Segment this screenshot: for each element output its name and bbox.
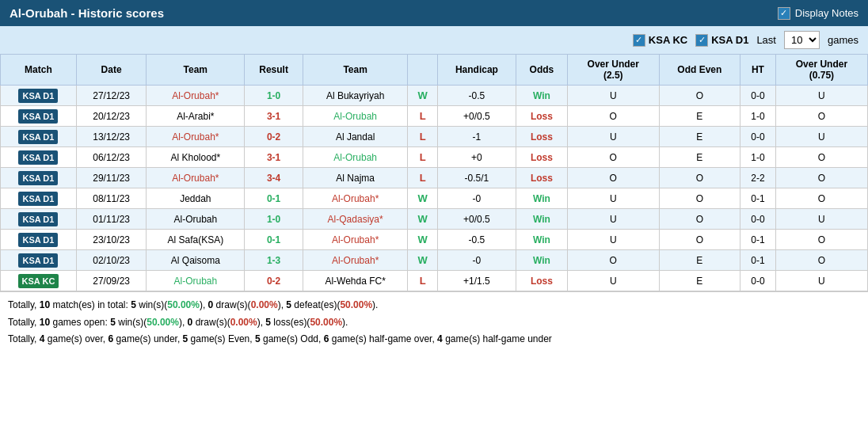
- team2-cell: Al-Orubah*: [303, 250, 408, 271]
- ou2-cell: U: [775, 209, 867, 230]
- table-row: KSA D106/12/23Al Kholood*3-1Al-OrubahL+0…: [1, 147, 868, 168]
- handicap-cell: +0/0.5: [437, 106, 516, 127]
- ht-cell: 0-0: [740, 86, 775, 106]
- ou2-cell: U: [775, 271, 867, 291]
- league-badge: KSA D1: [18, 109, 58, 124]
- result-cell: 1-0: [245, 86, 303, 106]
- handicap-cell: -0: [437, 250, 516, 271]
- table-row: KSA D123/10/23Al Safa(KSA)0-1Al-Orubah*W…: [1, 230, 868, 250]
- col-date: Date: [76, 55, 146, 86]
- league-cell: KSA D1: [1, 147, 77, 168]
- header-title: Al-Orubah - Historic scores: [10, 6, 164, 20]
- ht-cell: 0-1: [740, 250, 775, 271]
- date-cell: 20/12/23: [76, 106, 146, 127]
- col-ht: HT: [740, 55, 775, 86]
- table-row: KSA D120/12/23Al-Arabi*3-1Al-OrubahL+0/0…: [1, 106, 868, 127]
- team1-cell: Al-Orubah*: [147, 168, 245, 188]
- ou-cell: U: [567, 127, 659, 147]
- team2-cell: Al-Orubah*: [303, 230, 408, 250]
- table-row: KSA D102/10/23Al Qaisoma1-3Al-Orubah*W-0…: [1, 250, 868, 271]
- team2-cell: Al-Orubah: [303, 147, 408, 168]
- ou2-cell: O: [775, 168, 867, 188]
- odds-cell: Win: [516, 250, 568, 271]
- league-badge: KSA D1: [18, 233, 58, 247]
- ksa-d1-checkbox[interactable]: ✓: [695, 34, 708, 47]
- col-wl: [408, 55, 437, 86]
- games-label: games: [828, 34, 858, 46]
- col-match: Match: [1, 55, 77, 86]
- filter-bar: ✓ KSA KC ✓ KSA D1 Last 10 20 30 games: [0, 26, 868, 54]
- col-odds: Odds: [516, 55, 568, 86]
- date-cell: 23/10/23: [76, 230, 146, 250]
- col-team2: Team: [303, 55, 408, 86]
- col-handicap: Handicap: [437, 55, 516, 86]
- ksa-d1-filter: ✓ KSA D1: [695, 34, 748, 47]
- oe-cell: O: [659, 209, 740, 230]
- league-badge: KSA KC: [18, 274, 59, 288]
- summary-line: Totally, 4 game(s) over, 6 game(s) under…: [8, 331, 860, 348]
- league-badge: KSA D1: [18, 212, 58, 226]
- table-row: KSA D108/11/23Jeddah0-1Al-Orubah*W-0WinU…: [1, 188, 868, 209]
- ou2-cell: O: [775, 147, 867, 168]
- team1-cell: Al-Orubah: [147, 209, 245, 230]
- league-cell: KSA D1: [1, 188, 77, 209]
- league-badge: KSA D1: [18, 89, 58, 103]
- col-ou: Over Under(2.5): [567, 55, 659, 86]
- odds-cell: Win: [516, 188, 568, 209]
- ht-cell: 1-0: [740, 147, 775, 168]
- date-cell: 13/12/23: [76, 127, 146, 147]
- wl-cell: W: [408, 250, 437, 271]
- summary-line: Totally, 10 games open: 5 win(s)(50.00%)…: [8, 314, 860, 332]
- odds-cell: Win: [516, 230, 568, 250]
- result-cell: 1-0: [245, 209, 303, 230]
- odds-cell: Loss: [516, 147, 568, 168]
- historic-scores-table: Match Date Team Result Team Handicap Odd…: [0, 54, 868, 291]
- handicap-cell: -0: [437, 188, 516, 209]
- wl-cell: L: [408, 106, 437, 127]
- handicap-cell: -0.5: [437, 230, 516, 250]
- date-cell: 27/09/23: [76, 271, 146, 291]
- summary-section: Totally, 10 match(es) in total: 5 win(s)…: [0, 291, 868, 353]
- league-cell: KSA D1: [1, 127, 77, 147]
- display-notes-checkbox[interactable]: ✓: [778, 7, 790, 20]
- result-cell: 0-1: [245, 188, 303, 209]
- ksa-d1-label: KSA D1: [711, 34, 748, 46]
- team2-cell: Al Bukayriyah: [303, 86, 408, 106]
- league-badge: KSA D1: [18, 130, 58, 144]
- games-select[interactable]: 10 20 30: [784, 31, 820, 49]
- ou-cell: U: [567, 230, 659, 250]
- handicap-cell: +0: [437, 147, 516, 168]
- wl-cell: W: [408, 188, 437, 209]
- col-team1: Team: [147, 55, 245, 86]
- ksa-kc-checkbox[interactable]: ✓: [633, 34, 645, 47]
- ht-cell: 0-1: [740, 230, 775, 250]
- wl-cell: L: [408, 127, 437, 147]
- ksa-kc-filter: ✓ KSA KC: [633, 34, 687, 47]
- oe-cell: O: [659, 86, 740, 106]
- col-ou2: Over Under(0.75): [775, 55, 867, 86]
- team2-cell: Al-Qadasiya*: [303, 209, 408, 230]
- handicap-cell: -0.5: [437, 86, 516, 106]
- team1-cell: Al-Arabi*: [147, 106, 245, 127]
- date-cell: 08/11/23: [76, 188, 146, 209]
- ou-cell: U: [567, 209, 659, 230]
- result-cell: 0-2: [245, 127, 303, 147]
- handicap-cell: +0/0.5: [437, 209, 516, 230]
- ou2-cell: O: [775, 188, 867, 209]
- wl-cell: L: [408, 168, 437, 188]
- league-cell: KSA D1: [1, 209, 77, 230]
- team1-cell: Al-Orubah*: [147, 127, 245, 147]
- display-notes-label: Display Notes: [795, 7, 858, 19]
- ksa-kc-label: KSA KC: [649, 34, 687, 46]
- team1-cell: Al-Orubah*: [147, 86, 245, 106]
- ht-cell: 0-0: [740, 209, 775, 230]
- ou2-cell: O: [775, 250, 867, 271]
- odds-cell: Loss: [516, 168, 568, 188]
- ou-cell: O: [567, 106, 659, 127]
- ou-cell: O: [567, 147, 659, 168]
- header: Al-Orubah - Historic scores ✓ Display No…: [0, 0, 868, 26]
- oe-cell: O: [659, 230, 740, 250]
- result-cell: 0-1: [245, 230, 303, 250]
- league-badge: KSA D1: [18, 192, 58, 206]
- table-row: KSA KC27/09/23Al-Orubah0-2Al-Wehda FC*L+…: [1, 271, 868, 291]
